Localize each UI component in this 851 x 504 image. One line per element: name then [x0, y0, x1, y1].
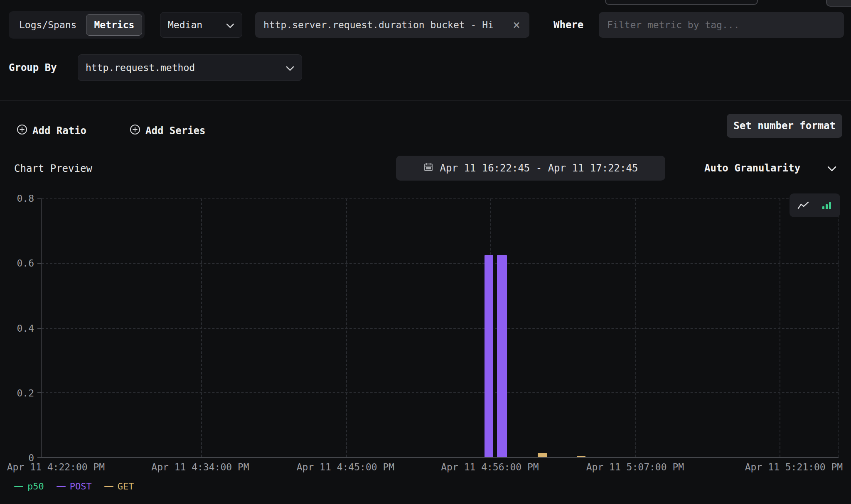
time-range-picker[interactable]: Apr 11 16:22:45 - Apr 11 17:22:45	[396, 156, 665, 181]
where-label: Where	[553, 12, 583, 38]
plus-circle-icon	[17, 124, 27, 137]
v-gridline	[346, 198, 347, 457]
chart-preview-title: Chart Preview	[14, 157, 92, 180]
set-number-format-button[interactable]: Set number format	[727, 114, 842, 138]
y-tick-mark	[37, 328, 42, 329]
add-ratio-button[interactable]: Add Ratio	[17, 120, 86, 142]
chart-type-toggle	[790, 193, 840, 217]
h-gridline	[42, 198, 839, 199]
legend-label: p50	[27, 481, 44, 492]
y-tick-label: 0.2	[17, 388, 34, 399]
y-tick-label: 0.4	[17, 323, 34, 334]
legend-item-get[interactable]: GET	[104, 481, 134, 492]
v-gridline	[780, 198, 780, 457]
legend-item-p50[interactable]: p50	[14, 481, 44, 492]
x-tick-label: Apr 11 5:07:00 PM	[586, 462, 684, 472]
legend-dash	[57, 486, 66, 487]
aggregation-select[interactable]: Median	[160, 12, 242, 38]
v-gridline	[201, 198, 202, 457]
granularity-value: Auto Granularity	[704, 162, 800, 174]
y-tick-mark	[37, 263, 42, 264]
y-tick-label: 0.6	[17, 258, 34, 269]
close-icon[interactable]: ×	[512, 19, 521, 31]
h-gridline	[42, 392, 839, 393]
v-gridline	[635, 198, 636, 457]
chevron-down-icon	[226, 20, 234, 30]
filter-input[interactable]	[607, 20, 836, 30]
calendar-icon	[423, 162, 433, 174]
bar-POST	[497, 255, 507, 457]
bar-POST	[485, 255, 493, 457]
truncated-button[interactable]	[826, 0, 851, 7]
bar-GET	[538, 453, 547, 457]
x-tick-label: Apr 11 4:34:00 PM	[151, 462, 249, 472]
source-toggle: Logs/Spans Metrics	[9, 11, 145, 39]
y-axis-labels: 00.20.40.60.8	[0, 198, 37, 458]
legend-dash	[14, 486, 23, 487]
add-ratio-label: Add Ratio	[32, 125, 86, 137]
chart-legend: p50POSTGET	[14, 480, 134, 492]
x-tick-label: Apr 11 4:56:00 PM	[441, 462, 539, 472]
group-by-value: http.request.method	[86, 62, 195, 73]
add-series-button[interactable]: Add Series	[130, 120, 206, 142]
time-range-value: Apr 11 16:22:45 - Apr 11 17:22:45	[440, 162, 638, 174]
bar-chart-icon[interactable]	[815, 196, 838, 215]
plus-circle-icon	[130, 124, 140, 137]
h-gridline	[42, 328, 839, 329]
v-gridline	[838, 198, 839, 457]
tab-logs-spans[interactable]: Logs/Spans	[11, 14, 84, 36]
group-by-select[interactable]: http.request.method	[78, 54, 302, 81]
h-gridline	[42, 263, 839, 264]
x-tick-label: Apr 11 5:21:00 PM	[745, 462, 843, 472]
y-tick-mark	[37, 198, 42, 199]
y-tick-mark	[37, 457, 42, 458]
legend-label: POST	[70, 481, 92, 492]
divider	[0, 100, 851, 101]
group-by-label: Group By	[9, 54, 57, 81]
legend-label: GET	[118, 481, 134, 492]
y-tick-label: 0.8	[17, 193, 34, 204]
chevron-down-icon	[286, 62, 294, 73]
add-series-label: Add Series	[145, 125, 206, 137]
metric-chip-label: http.server.request.duration_bucket - Hi	[263, 20, 506, 30]
legend-dash	[104, 486, 113, 487]
x-tick-label: Apr 11 4:45:00 PM	[297, 462, 394, 472]
y-tick-mark	[37, 392, 42, 393]
bar-GET	[577, 456, 585, 457]
filter-input-wrap	[599, 12, 844, 38]
granularity-select[interactable]: Auto Granularity	[699, 156, 842, 181]
chevron-down-icon	[827, 162, 836, 174]
legend-item-post[interactable]: POST	[57, 481, 92, 492]
metric-chip[interactable]: http.server.request.duration_bucket - Hi…	[255, 12, 529, 38]
aggregation-value: Median	[168, 20, 202, 30]
truncated-input[interactable]	[605, 0, 758, 5]
x-axis-labels: Apr 11 4:22:00 PMApr 11 4:34:00 PMApr 11…	[41, 462, 839, 475]
line-chart-icon[interactable]	[792, 196, 814, 215]
chart-plot	[41, 198, 839, 458]
x-tick-label: Apr 11 4:22:00 PM	[7, 462, 105, 472]
tab-metrics[interactable]: Metrics	[86, 14, 142, 36]
